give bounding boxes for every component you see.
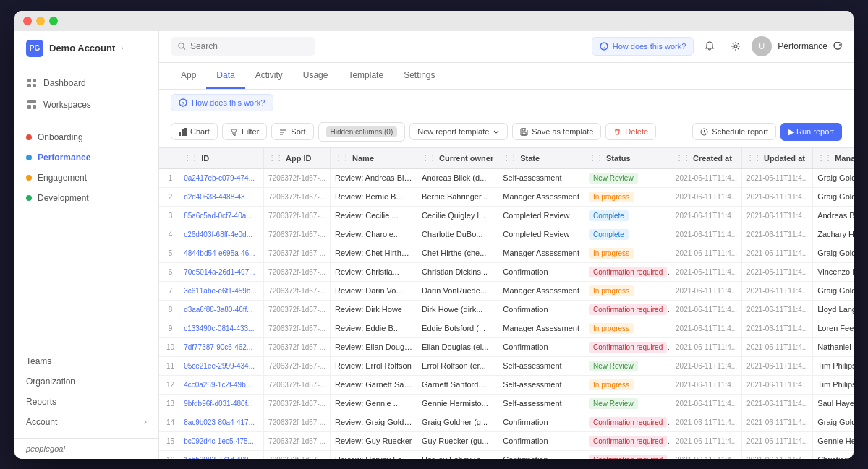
schedule-label: Schedule report [712,127,768,136]
delete-button[interactable]: Delete [605,123,656,140]
help-button[interactable]: ? How does this work? [592,37,694,56]
table-row[interactable]: 1 0a2417eb-c079-474... 7206372f-1d67-...… [159,168,854,187]
cell-name: Review: Eddie B... [331,319,417,337]
tab-app[interactable]: App [171,63,206,89]
cell-num: 3 [159,206,179,225]
cell-status: Confirmation required [584,337,671,356]
settings-button[interactable] [726,36,746,56]
sidebar-item-workspaces[interactable]: Workspaces [14,94,158,116]
sort-icon [279,128,287,136]
table-row[interactable]: 3 85a6c5ad-0cf7-40a... 7206372f-1d67-...… [159,206,854,225]
search-box[interactable] [171,37,315,56]
table-row[interactable]: 4 c26d403f-68ff-4e0d... 7206372f-1d67-..… [159,225,854,244]
cell-id: 4844bd54-e695a-46... [179,244,264,262]
toolbar-help-button[interactable]: ? How does this work? [171,94,273,111]
toolbar-help-label: How does this work? [192,98,265,107]
data-table-container: ⋮⋮ID ⋮⋮App ID ⋮⋮Name ⋮⋮Current owner ⋮⋮S… [159,148,854,459]
hidden-columns-button[interactable]: Hidden columns (0) [318,122,406,142]
cell-created: 2021-06-11T11:4... [671,225,742,244]
tab-data[interactable]: Data [206,63,244,89]
notifications-button[interactable] [699,36,720,56]
sidebar-item-reports[interactable]: Reports [14,392,158,412]
search-icon [178,42,186,51]
cell-manager: Graig Goldner (g... [813,187,854,206]
svg-rect-4 [27,100,36,103]
table-row[interactable]: 15 bc092d4c-1ec5-475... 7206372f-1d67-..… [159,431,854,450]
cell-manager: Zachary Harvey ... [813,225,854,244]
col-app-id[interactable]: ⋮⋮App ID [264,148,331,169]
svg-line-8 [183,48,185,50]
sort-button[interactable]: Sort [271,123,313,140]
col-updated[interactable]: ⋮⋮Updated at [742,148,813,169]
cell-updated: 2021-06-11T11:4... [742,281,813,300]
col-id[interactable]: ⋮⋮ID [179,148,264,169]
table-row[interactable]: 10 7df77387-90c6-462... 7206372f-1d67-..… [159,337,854,356]
minimize-button[interactable] [36,17,45,25]
cell-updated: 2021-06-11T11:4... [742,300,813,319]
sidebar-item-organization[interactable]: Organization [14,371,158,392]
run-report-button[interactable]: ▶ Run report [780,123,842,141]
table-row[interactable]: 13 9bfdb96f-d031-480f... 7206372f-1d67-.… [159,394,854,413]
schedule-report-button[interactable]: Schedule report [692,123,776,140]
cell-id: 7df77387-90c6-462... [179,337,264,356]
cell-updated: 2021-06-11T11:4... [742,394,813,413]
tab-template[interactable]: Template [338,63,393,89]
cell-owner: Charlotte DuBo... [417,225,498,244]
user-avatar[interactable]: U [752,36,772,56]
cell-name: Review: Chet Hirthe (che... [331,244,417,262]
cell-owner: Chet Hirthe (che... [417,244,498,262]
col-name[interactable]: ⋮⋮Name [331,148,417,169]
cell-owner: Darin VonRuede... [417,281,498,300]
search-input[interactable] [190,41,308,51]
chart-button[interactable]: Chart [171,123,218,140]
table-row[interactable]: 8 d3aa6f88-3a80-46ff... 7206372f-1d67-..… [159,300,854,319]
account-chevron[interactable]: › [121,44,123,52]
tab-activity[interactable]: Activity [245,63,293,89]
table-row[interactable]: 2 d2d40638-4488-43... 7206372f-1d67-... … [159,187,854,206]
filter-button[interactable]: Filter [222,123,267,140]
account-name: Demo Account [49,43,115,53]
cell-manager: Loren Feest (lor... [813,319,854,337]
cell-updated: 2021-06-11T11:4... [742,187,813,206]
onboarding-dot [26,134,32,140]
table-row[interactable]: 9 c133490c-0814-433... 7206372f-1d67-...… [159,319,854,337]
col-status[interactable]: ⋮⋮Status [584,148,671,169]
col-state[interactable]: ⋮⋮State [498,148,584,169]
chart-label: Chart [190,127,210,136]
table-row[interactable]: 11 05ce21ee-2999-434... 7206372f-1d67-..… [159,356,854,375]
cell-manager: Christian Dickins... [813,450,854,459]
new-report-button[interactable]: New report template [409,123,508,140]
col-owner[interactable]: ⋮⋮Current owner [417,148,498,169]
sidebar-item-dashboard[interactable]: Dashboard [14,72,158,94]
table-row[interactable]: 5 4844bd54-e695a-46... 7206372f-1d67-...… [159,244,854,262]
close-button[interactable] [23,17,32,25]
table-row[interactable]: 12 4cc0a269-1c2f-49b... 7206372f-1d67-..… [159,375,854,394]
cell-manager: Tim Philips (dar... [813,375,854,394]
sidebar-item-performance[interactable]: Performance [14,147,158,168]
col-created[interactable]: ⋮⋮Created at [671,148,742,169]
sidebar-item-teams[interactable]: Teams [14,351,158,371]
cell-owner: Errol Rolfson (er... [417,356,498,375]
table-row[interactable]: 14 8ac9b023-80a4-417... 7206372f-1d67-..… [159,413,854,431]
sidebar-item-onboarding[interactable]: Onboarding [14,127,158,147]
cell-manager: Graig Goldner (g... [813,413,854,431]
save-template-button[interactable]: Save as template [512,123,601,140]
sidebar-item-engagement[interactable]: Engagement [14,168,158,188]
refresh-icon[interactable] [833,42,842,51]
cell-name: Review: Bernie B... [331,187,417,206]
tab-usage[interactable]: Usage [293,63,339,89]
tab-settings[interactable]: Settings [393,63,445,89]
table-row[interactable]: 7 3c611abe-e6f1-459b... 7206372f-1d67-..… [159,281,854,300]
cell-created: 2021-06-11T11:4... [671,244,742,262]
sidebar-item-account[interactable]: Account › [14,412,158,432]
table-row[interactable]: 6 70e5014a-26d1-497... 7206372f-1d67-...… [159,262,854,281]
cell-state: Confirmation [498,450,584,459]
cell-manager: Andreas Blick (d... [813,206,854,225]
col-manager[interactable]: ⋮⋮Manager [813,148,854,169]
maximize-button[interactable] [49,17,58,25]
cell-id: 4cc0a269-1c2f-49b... [179,375,264,394]
cell-status: Confirmation required [584,431,671,450]
table-row[interactable]: 16 1cbb2983-771d-409... 7206372f-1d67-..… [159,450,854,459]
sidebar-item-development[interactable]: Development [14,188,158,208]
organization-label: Organization [26,377,75,387]
